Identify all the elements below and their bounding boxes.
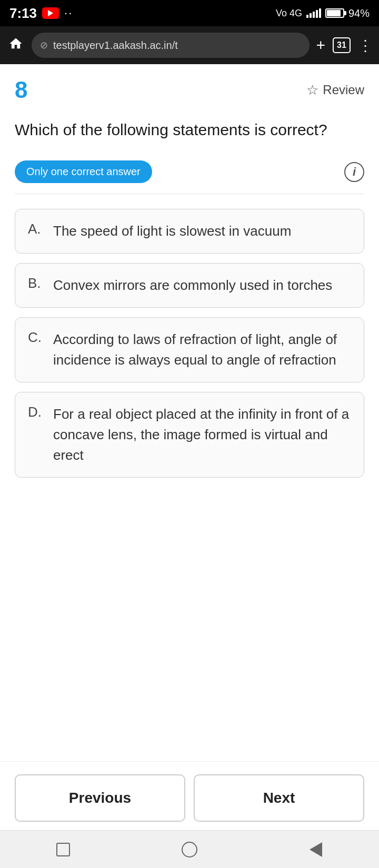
option-d-text: For a real object placed at the infinity… <box>53 404 351 466</box>
options-list: A. The speed of light is slowest in vacu… <box>15 209 364 478</box>
status-bar: 7:13 ·· Vo 4G 94% <box>0 0 379 26</box>
option-d[interactable]: D. For a real object placed at the infin… <box>15 392 364 478</box>
review-button[interactable]: ☆ Review <box>306 82 364 98</box>
browser-actions: + 31 ⋮ <box>316 36 373 54</box>
main-content: 8 ☆ Review Which of the following statem… <box>0 64 379 761</box>
info-icon[interactable]: i <box>344 162 364 182</box>
browser-bar: ⊘ testplayerv1.aakash.ac.in/t + 31 ⋮ <box>0 26 379 64</box>
new-tab-button[interactable]: + <box>316 36 325 54</box>
status-right: Vo 4G 94% <box>276 7 370 19</box>
option-b-text: Convex mirrors are commonly used in torc… <box>53 275 332 296</box>
next-button[interactable]: Next <box>194 774 364 822</box>
option-b[interactable]: B. Convex mirrors are commonly used in t… <box>15 263 364 308</box>
signal-bars <box>306 8 321 18</box>
status-dots: ·· <box>64 6 73 20</box>
recent-apps-button[interactable] <box>50 836 76 863</box>
home-button[interactable] <box>6 34 25 57</box>
circle-icon <box>182 842 197 857</box>
option-c[interactable]: C. According to laws of refraction of li… <box>15 317 364 382</box>
url-text: testplayerv1.aakash.ac.in/t <box>53 39 178 52</box>
option-c-label: C. <box>28 329 43 346</box>
star-icon: ☆ <box>306 82 318 98</box>
battery-fill <box>327 10 341 16</box>
url-bar[interactable]: ⊘ testplayerv1.aakash.ac.in/t <box>32 33 310 58</box>
square-icon <box>56 843 70 856</box>
youtube-icon <box>42 7 59 19</box>
url-security-icon: ⊘ <box>40 39 48 51</box>
option-a[interactable]: A. The speed of light is slowest in vacu… <box>15 209 364 254</box>
back-icon <box>310 842 322 857</box>
option-a-text: The speed of light is slowest in vacuum <box>53 221 291 241</box>
answer-type-row: Only one correct answer i <box>15 160 364 183</box>
more-options-button[interactable]: ⋮ <box>358 37 373 54</box>
status-time: 7:13 <box>9 5 37 22</box>
option-b-label: B. <box>28 275 43 291</box>
answer-type-badge: Only one correct answer <box>15 160 152 183</box>
review-label: Review <box>323 83 364 97</box>
option-d-label: D. <box>28 404 43 420</box>
question-number: 8 <box>15 77 27 103</box>
battery-icon <box>325 8 344 18</box>
status-left: 7:13 ·· <box>9 5 73 22</box>
question-header: 8 ☆ Review <box>15 77 364 103</box>
question-text: Which of the following statements is cor… <box>15 118 364 142</box>
divider <box>15 194 364 194</box>
previous-button[interactable]: Previous <box>15 774 185 822</box>
network-label: Vo 4G <box>276 8 302 19</box>
tab-count-button[interactable]: 31 <box>333 37 351 53</box>
nav-buttons: Previous Next <box>0 761 379 830</box>
android-nav-bar <box>0 830 379 868</box>
option-a-label: A. <box>28 221 43 237</box>
home-nav-button[interactable] <box>176 836 203 863</box>
option-c-text: According to laws of refraction of light… <box>53 329 351 370</box>
back-nav-button[interactable] <box>303 836 329 863</box>
battery-percent: 94% <box>348 7 370 19</box>
